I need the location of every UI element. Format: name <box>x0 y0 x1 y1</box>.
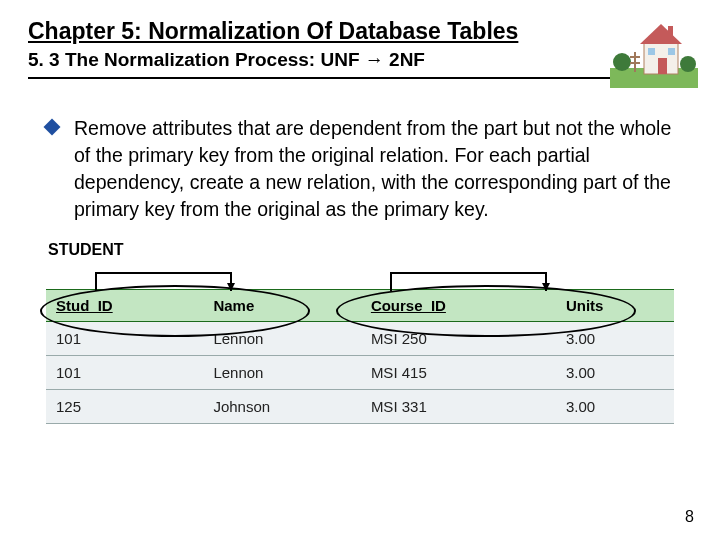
cell: Johnson <box>203 389 360 423</box>
bullet-item: Remove attributes that are dependent fro… <box>46 115 674 223</box>
page-number: 8 <box>685 508 694 526</box>
cell: 101 <box>46 355 203 389</box>
col-header: Units <box>556 289 674 321</box>
table-row: 101 Lennon MSI 250 3.00 <box>46 321 674 355</box>
cell: Lennon <box>203 355 360 389</box>
cell: 3.00 <box>556 355 674 389</box>
header-rule <box>28 77 692 79</box>
col-header: Course_ID <box>361 289 556 321</box>
diamond-bullet-icon <box>44 119 61 136</box>
table-caption: STUDENT <box>48 241 674 259</box>
svg-rect-10 <box>630 56 640 58</box>
col-header: Name <box>203 289 360 321</box>
cell: 3.00 <box>556 321 674 355</box>
svg-rect-3 <box>668 26 673 40</box>
svg-rect-11 <box>630 62 640 64</box>
chapter-title: Chapter 5: Normalization Of Database Tab… <box>28 18 518 45</box>
table-area: STUDENT Stud_ID Name Course_ID Units 101… <box>46 241 674 424</box>
cell: MSI 415 <box>361 355 556 389</box>
table-row: 101 Lennon MSI 415 3.00 <box>46 355 674 389</box>
section-title: 5. 3 The Normalization Process: UNF → 2N… <box>28 49 692 71</box>
svg-rect-5 <box>648 48 655 55</box>
cell: MSI 250 <box>361 321 556 355</box>
svg-rect-4 <box>658 58 667 74</box>
cell: MSI 331 <box>361 389 556 423</box>
table-header-row: Stud_ID Name Course_ID Units <box>46 289 674 321</box>
cell: Lennon <box>203 321 360 355</box>
content-area: Remove attributes that are dependent fro… <box>0 87 720 223</box>
cell: 125 <box>46 389 203 423</box>
house-icon <box>610 12 698 88</box>
col-header: Stud_ID <box>46 289 203 321</box>
slide-header: Chapter 5: Normalization Of Database Tab… <box>0 0 720 87</box>
svg-marker-2 <box>640 24 682 44</box>
svg-point-8 <box>680 56 696 72</box>
cell: 101 <box>46 321 203 355</box>
cell: 3.00 <box>556 389 674 423</box>
student-table: Stud_ID Name Course_ID Units 101 Lennon … <box>46 289 674 424</box>
table-row: 125 Johnson MSI 331 3.00 <box>46 389 674 423</box>
svg-rect-6 <box>668 48 675 55</box>
svg-point-7 <box>613 53 631 71</box>
body-text: Remove attributes that are dependent fro… <box>74 115 674 223</box>
